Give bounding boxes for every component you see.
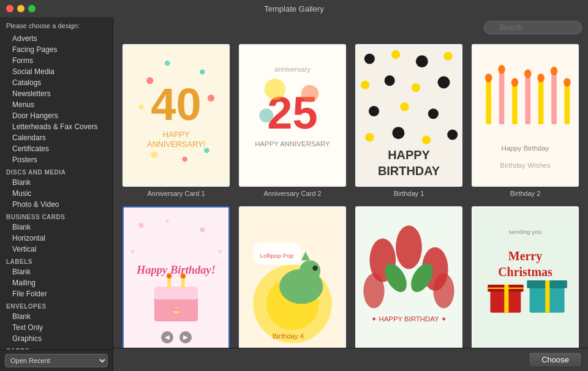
template-card-birthday-1[interactable]: HAPPY BIRTHDAY Birthday 1 — [355, 44, 462, 197]
svg-point-30 — [369, 106, 379, 116]
svg-point-85 — [433, 274, 454, 309]
svg-rect-56 — [124, 208, 228, 348]
sidebar-item-horizontal[interactable]: Horizontal — [0, 233, 113, 244]
content-area: 40 HAPPY ANNIVERSARY! Anniversary Card 1… — [113, 17, 588, 371]
template-card-christmas-1[interactable]: sending you Merry Christmas Christmas Gr… — [472, 206, 579, 348]
template-card-anniversary-1[interactable]: 40 HAPPY ANNIVERSARY! Anniversary Card 1 — [123, 44, 230, 197]
sidebar-item-calendars[interactable]: Calendars — [0, 132, 113, 143]
sidebar-item-catalogs[interactable]: Catalogs — [0, 77, 113, 88]
sidebar-item-facing-pages[interactable]: Facing Pages — [0, 44, 113, 55]
sidebar-item-bc-blank[interactable]: Blank — [0, 222, 113, 233]
sidebar-item-discs-blank[interactable]: Blank — [0, 177, 113, 188]
template-label-anniversary-2: Anniversary Card 2 — [263, 190, 321, 197]
sidebar-item-social-media[interactable]: Social Media — [0, 66, 113, 77]
sidebar-item-photo-video[interactable]: Photo & Video — [0, 199, 113, 210]
svg-text:BIRTHDAY: BIRTHDAY — [378, 164, 440, 178]
sidebar-item-newsletters[interactable]: Newsletters — [0, 88, 113, 99]
svg-point-6 — [146, 77, 153, 84]
sidebar-item-menus[interactable]: Menus — [0, 99, 113, 110]
svg-point-49 — [511, 78, 518, 86]
svg-point-84 — [363, 274, 384, 309]
sidebar-item-adverts[interactable]: Adverts — [0, 33, 113, 44]
svg-point-52 — [551, 67, 557, 75]
template-card-anniversary-2[interactable]: anniversary 25 HAPPY ANNIVERSARY Anniver… — [239, 44, 346, 197]
svg-point-11 — [182, 157, 187, 162]
next-arrow[interactable]: ▶ — [179, 331, 192, 343]
sidebar-section-discs-media: DISCS AND MEDIA — [0, 165, 113, 177]
sidebar-section-labels: LABELS — [0, 255, 113, 266]
svg-point-47 — [485, 73, 492, 82]
svg-point-48 — [498, 65, 505, 73]
svg-point-23 — [391, 50, 400, 59]
svg-point-74 — [300, 260, 320, 281]
svg-rect-45 — [551, 73, 557, 124]
template-thumb-anniversary-2: anniversary 25 HAPPY ANNIVERSARY — [239, 44, 346, 187]
sidebar-item-forms[interactable]: Forms — [0, 55, 113, 66]
template-label-anniversary-1: Anniversary Card 1 — [147, 190, 205, 197]
choose-button[interactable]: Choose — [529, 352, 582, 367]
sidebar-item-labels-blank[interactable]: Blank — [0, 266, 113, 277]
svg-rect-96 — [545, 280, 549, 313]
svg-text:Birthday 4: Birthday 4 — [273, 333, 304, 340]
sidebar-item-music[interactable]: Music — [0, 188, 113, 199]
svg-text:✦ HAPPY BIRTHDAY ✦: ✦ HAPPY BIRTHDAY ✦ — [371, 315, 446, 323]
search-wrapper — [484, 21, 582, 34]
main-layout: Please choose a design: AdvertsFacing Pa… — [0, 17, 588, 371]
template-card-birthday-2[interactable]: Happy Birthday Birthday Wishes Birthday … — [472, 44, 579, 197]
template-card-birthday-5[interactable]: ✦ HAPPY BIRTHDAY ✦ Birthday 5 — [355, 206, 462, 348]
svg-text:HAPPY: HAPPY — [388, 148, 430, 162]
svg-text:Lollipop Pop: Lollipop Pop — [260, 252, 293, 259]
svg-text:Christmas: Christmas — [498, 265, 552, 279]
close-button[interactable] — [6, 5, 13, 12]
search-bar-container — [113, 17, 588, 38]
svg-point-59 — [200, 227, 205, 233]
search-input[interactable] — [484, 21, 582, 34]
sidebar-item-vertical[interactable]: Vertical — [0, 244, 113, 255]
sidebar-section-envelopes: ENVELOPES — [0, 299, 113, 311]
bottom-bar: Choose — [113, 348, 588, 371]
svg-point-20 — [259, 108, 273, 122]
svg-text:Birthday Wishes: Birthday Wishes — [500, 162, 551, 169]
svg-point-18 — [265, 79, 285, 100]
template-card-birthday-3[interactable]: Happy Birthday! 🎂 ◀ ▶ Birthday 3 — [123, 206, 230, 348]
sidebar-item-posters[interactable]: Posters — [0, 154, 113, 165]
svg-point-32 — [428, 108, 439, 119]
minimize-button[interactable] — [17, 5, 24, 12]
svg-point-51 — [537, 73, 544, 82]
sidebar-item-graphics[interactable]: Graphics — [0, 333, 113, 344]
svg-point-61 — [218, 250, 222, 253]
svg-text:ANNIVERSARY!: ANNIVERSARY! — [147, 140, 205, 149]
template-nav: ◀ ▶ — [124, 331, 228, 343]
svg-point-8 — [138, 104, 144, 110]
svg-point-57 — [138, 223, 144, 228]
template-thumb-birthday-2: Happy Birthday Birthday Wishes — [472, 44, 579, 187]
svg-point-27 — [385, 75, 395, 86]
svg-point-7 — [200, 69, 205, 75]
svg-point-12 — [151, 151, 157, 158]
template-card-birthday-4[interactable]: Lollipop Pop Birthday 4 Birthday 4 — [239, 206, 346, 348]
svg-text:HAPPY: HAPPY — [163, 130, 190, 139]
template-thumb-birthday-4: Lollipop Pop Birthday 4 — [239, 206, 346, 348]
sidebar-item-door-hangers[interactable]: Door Hangers — [0, 110, 113, 121]
maximize-button[interactable] — [28, 5, 36, 12]
prev-arrow[interactable]: ◀ — [161, 331, 173, 343]
sidebar-item-certificates[interactable]: Certificates — [0, 143, 113, 154]
svg-rect-43 — [526, 77, 531, 124]
sidebar-item-letterheads[interactable]: Letterheads & Fax Covers — [0, 121, 113, 132]
svg-text:Happy Birthday!: Happy Birthday! — [136, 263, 216, 276]
svg-rect-41 — [499, 72, 505, 124]
svg-rect-46 — [565, 85, 570, 124]
template-thumb-birthday-3: Happy Birthday! 🎂 ◀ ▶ — [123, 206, 230, 348]
sidebar-item-env-blank[interactable]: Blank — [0, 311, 113, 322]
template-label-birthday-1: Birthday 1 — [394, 190, 424, 197]
sidebar-item-file-folder[interactable]: File Folder — [0, 288, 113, 299]
svg-text:anniversary: anniversary — [274, 66, 311, 73]
sidebar-item-mailing[interactable]: Mailing — [0, 277, 113, 288]
open-recent-select[interactable]: Open Recent — [5, 354, 108, 367]
svg-point-67 — [167, 274, 172, 279]
svg-point-33 — [365, 133, 374, 141]
svg-point-50 — [524, 69, 531, 78]
title-bar: Template Gallery — [0, 0, 588, 17]
sidebar-item-text-only[interactable]: Text Only — [0, 322, 113, 333]
window-title: Template Gallery — [264, 4, 324, 13]
